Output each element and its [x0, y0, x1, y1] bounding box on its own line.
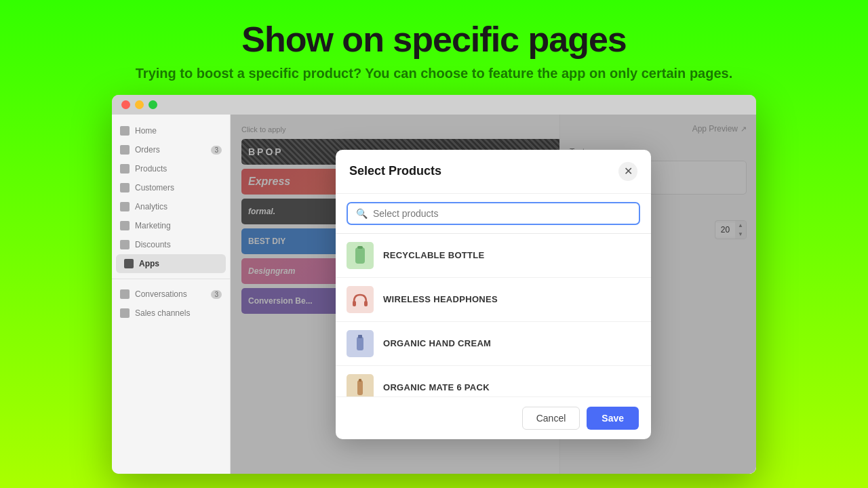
modal-search-section: 🔍 [336, 194, 651, 234]
customers-icon [120, 183, 130, 192]
sidebar-label: Discounts [135, 240, 222, 249]
svg-rect-0 [355, 247, 365, 264]
svg-rect-7 [359, 379, 361, 382]
svg-rect-3 [364, 301, 368, 306]
product-name: ORGANIC MATE 6 PACK [383, 382, 490, 392]
sidebar-label: Conversations [135, 289, 205, 299]
browser-titlebar [112, 95, 756, 115]
sidebar-item-marketing[interactable]: Marketing [112, 216, 230, 235]
hero-section: Show on specific pages Trying to boost a… [0, 0, 868, 95]
marketing-icon [120, 221, 130, 230]
product-item-organic-mate-6-pack[interactable]: ORGANIC MATE 6 PACK [336, 366, 651, 396]
modal-overlay: Select Products ✕ 🔍 [231, 115, 756, 474]
discounts-icon [120, 240, 130, 249]
cancel-button[interactable]: Cancel [522, 407, 580, 430]
search-wrapper[interactable]: 🔍 [347, 202, 640, 225]
product-name: WIRELESS HEADPHONES [383, 294, 498, 304]
apps-icon [124, 259, 134, 268]
sidebar-item-customers[interactable]: Customers [112, 178, 230, 197]
products-icon [120, 164, 130, 174]
sidebar-item-apps[interactable]: Apps [116, 254, 226, 273]
hero-title: Show on specific pages [27, 20, 841, 59]
hero-subtitle: Trying to boost a specific product? You … [27, 66, 841, 81]
product-item-recyclable-bottle[interactable]: RECYCLABLE BOTTLE [336, 234, 651, 278]
browser-content: Home Orders 3 Products Customers Analyti… [112, 115, 756, 474]
svg-rect-4 [357, 337, 363, 350]
product-item-wireless-headphones[interactable]: WIRELESS HEADPHONES [336, 278, 651, 322]
svg-rect-5 [358, 335, 362, 338]
svg-rect-1 [357, 246, 363, 249]
sidebar-label: Home [135, 126, 222, 136]
main-content: Click to apply BPOP Express formal. BEST… [231, 115, 756, 474]
product-item-organic-hand-cream[interactable]: ORGANIC HAND CREAM [336, 322, 651, 366]
modal-header: Select Products ✕ [336, 150, 651, 194]
modal-footer: Cancel Save [336, 396, 651, 439]
sidebar-item-products[interactable]: Products [112, 159, 230, 178]
sidebar-item-sales-channels[interactable]: Sales channels [112, 304, 230, 323]
modal-close-button[interactable]: ✕ [618, 162, 637, 181]
svg-rect-2 [353, 301, 356, 306]
sidebar-label: Customers [135, 183, 222, 192]
product-thumb [347, 374, 374, 396]
product-name: ORGANIC HAND CREAM [383, 338, 491, 348]
sidebar-badge: 3 [211, 146, 222, 155]
sidebar-divider [112, 279, 230, 279]
orders-icon [120, 145, 130, 155]
select-products-modal: Select Products ✕ 🔍 [336, 150, 651, 439]
sidebar: Home Orders 3 Products Customers Analyti… [112, 115, 231, 474]
analytics-icon [120, 202, 130, 211]
product-name: RECYCLABLE BOTTLE [383, 250, 485, 260]
sidebar-item-discounts[interactable]: Discounts [112, 235, 230, 254]
product-thumb [347, 330, 374, 357]
sidebar-label: Marketing [135, 221, 222, 230]
sidebar-label: Orders [135, 145, 205, 155]
home-icon [120, 126, 130, 136]
sidebar-badge: 3 [211, 290, 222, 299]
sidebar-label: Apps [139, 259, 218, 268]
sidebar-item-orders[interactable]: Orders 3 [112, 140, 230, 159]
sidebar-label: Sales channels [135, 308, 222, 318]
sidebar-item-home[interactable]: Home [112, 121, 230, 140]
sidebar-item-conversations[interactable]: Conversations 3 [112, 285, 230, 304]
close-button[interactable] [121, 100, 130, 109]
product-thumb [347, 286, 374, 313]
svg-rect-6 [357, 380, 363, 395]
product-list: RECYCLABLE BOTTLE WIRELESS HEADPHONES [336, 234, 651, 396]
sales-channels-icon [120, 308, 130, 318]
save-button[interactable]: Save [587, 407, 639, 430]
search-input[interactable] [373, 208, 631, 219]
modal-title: Select Products [349, 164, 441, 178]
product-thumb [347, 242, 374, 269]
sidebar-item-analytics[interactable]: Analytics [112, 197, 230, 216]
conversations-icon [120, 289, 130, 299]
browser-window: Home Orders 3 Products Customers Analyti… [112, 95, 756, 474]
minimize-button[interactable] [135, 100, 144, 109]
maximize-button[interactable] [149, 100, 157, 109]
sidebar-label: Products [135, 164, 222, 174]
sidebar-label: Analytics [135, 202, 222, 211]
search-icon: 🔍 [356, 208, 368, 219]
